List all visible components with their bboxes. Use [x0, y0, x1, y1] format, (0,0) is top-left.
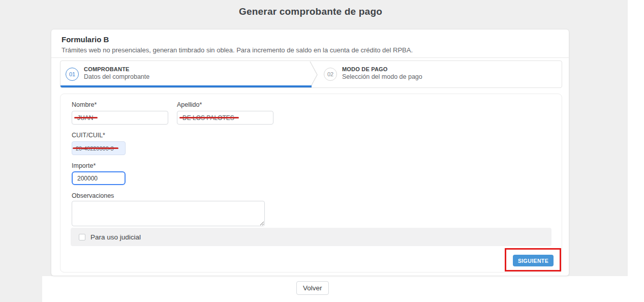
- cuit-input[interactable]: 20-40220000-3: [72, 141, 126, 155]
- form-section: Nombre* JUAN Apellido* DE LOS PALOTES CU…: [60, 94, 562, 273]
- nombre-label: Nombre*: [72, 101, 97, 108]
- importe-label: Importe*: [72, 162, 96, 169]
- nombre-input[interactable]: JUAN: [72, 111, 168, 125]
- right-margin-strip: [628, 0, 644, 302]
- page-title: Generar comprobante de pago: [0, 6, 621, 17]
- step-1-subtitle: Datos del comprobante: [84, 73, 149, 80]
- active-step-indicator: [60, 85, 312, 87]
- judicial-checkbox[interactable]: [79, 234, 85, 240]
- cuit-label: CUIT/CUIL*: [72, 132, 105, 139]
- observaciones-textarea[interactable]: [72, 201, 265, 226]
- step-modo-de-pago[interactable]: 02 MODO DE PAGO Selección del modo de pa…: [319, 61, 563, 87]
- cuit-value: 20-40220000-3: [76, 145, 114, 152]
- card-subheading: Trámites web no presenciales, generan ti…: [62, 46, 413, 54]
- siguiente-button[interactable]: SIGUIENTE: [513, 255, 554, 266]
- step-2-title: MODO DE PAGO: [342, 66, 422, 72]
- step-2-subtitle: Selección del modo de pago: [342, 73, 422, 80]
- importe-input[interactable]: [72, 171, 126, 185]
- apellido-value: DE LOS PALOTES: [182, 114, 234, 122]
- wizard-stepper: 01 COMPROBANTE Datos del comprobante 02 …: [60, 61, 562, 88]
- nombre-value: JUAN: [77, 114, 93, 122]
- observaciones-label: Observaciones: [72, 192, 114, 199]
- step-2-number-badge: 02: [324, 68, 337, 81]
- form-card: Formulario B Trámites web no presenciale…: [51, 29, 569, 276]
- volver-button[interactable]: Volver: [296, 281, 329, 295]
- judicial-checkbox-row[interactable]: Para uso judicial: [71, 228, 551, 246]
- step-comprobante[interactable]: 01 COMPROBANTE Datos del comprobante: [60, 61, 312, 87]
- step-1-title: COMPROBANTE: [84, 66, 149, 72]
- card-heading: Formulario B: [62, 35, 109, 44]
- step-1-number-badge: 01: [66, 68, 79, 81]
- footer-actions: Volver: [42, 276, 628, 302]
- apellido-input[interactable]: DE LOS PALOTES: [177, 111, 273, 125]
- apellido-label: Apellido*: [177, 101, 202, 108]
- card-divider: [51, 57, 569, 58]
- judicial-checkbox-label: Para uso judicial: [90, 233, 141, 241]
